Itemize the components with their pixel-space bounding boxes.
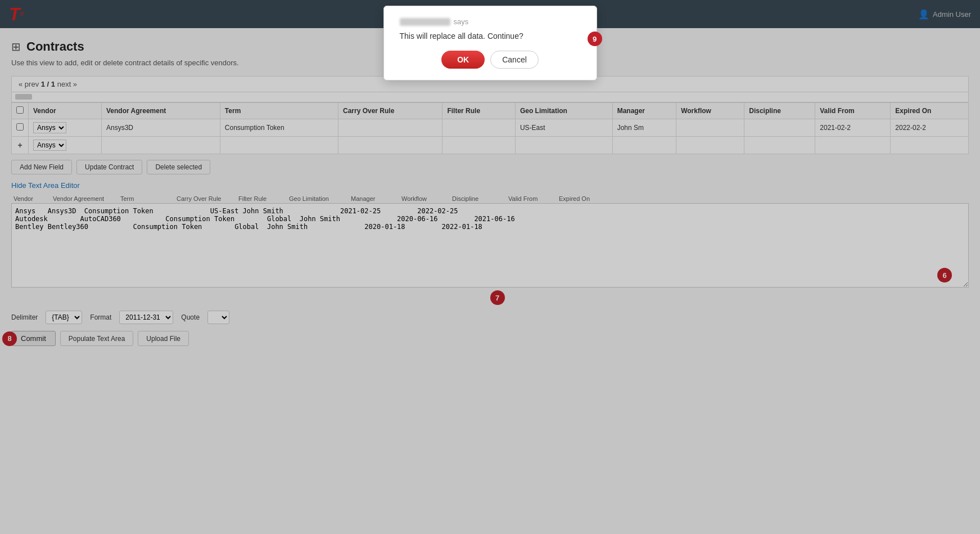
cancel-button[interactable]: Cancel (490, 51, 539, 69)
step-9-badge: 9 (588, 32, 602, 46)
dialog-title: says (400, 17, 581, 26)
dialog-source-blurred (400, 18, 450, 26)
main-content: says This will replace all data. Continu… (0, 28, 980, 534)
dialog-says: says (454, 17, 469, 26)
dialog-message: This will replace all data. Continue? (400, 32, 581, 41)
dialog-buttons: OK Cancel (400, 51, 581, 69)
ok-button[interactable]: OK (441, 51, 485, 69)
dialog-overlay: says This will replace all data. Continu… (0, 0, 980, 534)
confirm-dialog: says This will replace all data. Continu… (383, 6, 597, 80)
